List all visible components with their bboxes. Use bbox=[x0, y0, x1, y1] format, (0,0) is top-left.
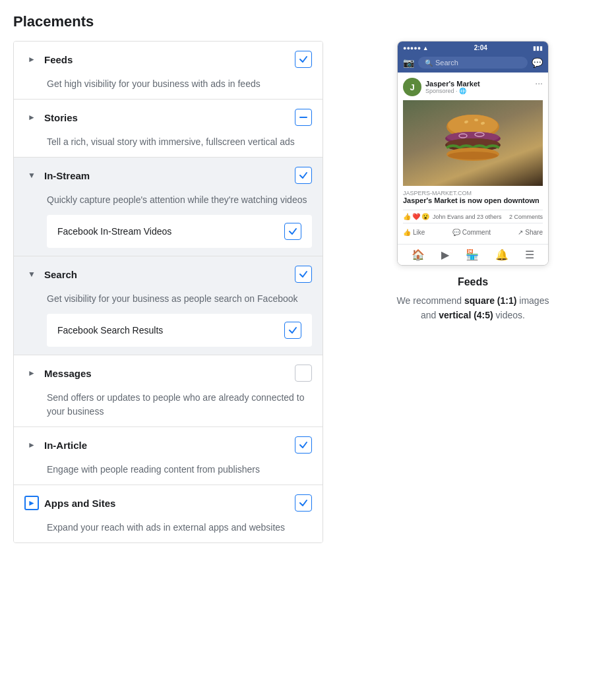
check-icon-in-stream bbox=[298, 170, 309, 181]
thumbs-up-icon: 👍 bbox=[403, 213, 411, 220]
post-headline: Jasper's Market is now open downtown bbox=[403, 196, 543, 204]
sub-label-search-results: Facebook Search Results bbox=[57, 324, 163, 338]
search-icon-small: 🔍 bbox=[425, 59, 433, 67]
sub-checkbox-in-stream-videos[interactable] bbox=[284, 223, 301, 240]
check-icon-sub-search bbox=[288, 325, 298, 336]
like-action[interactable]: 👍 Like bbox=[403, 229, 425, 236]
checkbox-messages[interactable] bbox=[295, 365, 312, 382]
svg-point-13 bbox=[448, 152, 498, 160]
placement-sub-search-results: Facebook Search Results bbox=[47, 314, 312, 347]
page-title: Placements bbox=[13, 13, 603, 30]
placement-desc-messages: Send offers or updates to people who are… bbox=[47, 392, 304, 417]
placement-header-messages[interactable]: ► Messages bbox=[14, 355, 323, 391]
sub-checkbox-search-results[interactable] bbox=[284, 322, 301, 339]
chevron-apps-sites: ► bbox=[24, 496, 39, 510]
placement-body-stories: Tell a rich, visual story with immersive… bbox=[14, 135, 323, 157]
minus-icon-stories bbox=[298, 112, 309, 123]
phone-status-bar: ●●●●● ▲ 2:04 ▮▮▮ bbox=[398, 42, 548, 54]
phone-bottom-nav: 🏠 ▶ 🏪 🔔 ☰ bbox=[398, 244, 548, 265]
placement-label-messages: Messages bbox=[44, 368, 295, 379]
post-reactions: 👍 ❤️ 😮 John Evans and 23 others 2 Commen… bbox=[403, 210, 543, 223]
preview-panel: ●●●●● ▲ 2:04 ▮▮▮ 📷 🔍 Search 💬 J bbox=[343, 41, 603, 323]
like-icon: 👍 bbox=[403, 229, 411, 236]
preview-description: We recommend square (1:1) imagesand vert… bbox=[397, 293, 549, 323]
share-action[interactable]: ↗ Share bbox=[518, 229, 543, 236]
share-icon: ↗ bbox=[518, 229, 523, 236]
signal-indicator: ●●●●● ▲ bbox=[403, 45, 429, 51]
bold-vertical: vertical (4:5) bbox=[439, 310, 493, 320]
messenger-icon: 💬 bbox=[532, 57, 543, 68]
camera-icon: 📷 bbox=[403, 57, 414, 68]
placement-item-feeds: ► Feeds Get high visibility for your bus… bbox=[14, 42, 323, 100]
placement-header-search[interactable]: ▼ Search bbox=[14, 256, 323, 292]
placement-label-in-article: In-Article bbox=[44, 440, 295, 451]
nav-video-icon[interactable]: ▶ bbox=[441, 249, 449, 261]
placement-header-apps-sites[interactable]: ► Apps and Sites bbox=[14, 485, 323, 521]
checkbox-apps-sites[interactable] bbox=[295, 494, 312, 512]
placement-desc-search: Get visibility for your business as peop… bbox=[47, 293, 298, 304]
nav-menu-icon[interactable]: ☰ bbox=[525, 249, 534, 261]
placement-item-in-stream: ▼ In-Stream Quickly capture people's att… bbox=[14, 158, 323, 256]
placement-desc-in-stream: Quickly capture people's attention while… bbox=[47, 194, 307, 205]
avatar-letter: J bbox=[410, 82, 414, 92]
phone-time: 2:04 bbox=[474, 44, 487, 51]
placement-item-stories: ► Stories Tell a rich, visual story with… bbox=[14, 100, 323, 158]
nav-marketplace-icon[interactable]: 🏪 bbox=[466, 249, 479, 261]
chevron-in-article: ► bbox=[24, 438, 39, 452]
check-icon-in-article bbox=[298, 440, 309, 450]
comment-action[interactable]: 💬 Comment bbox=[452, 229, 491, 236]
placement-label-in-stream: In-Stream bbox=[44, 170, 295, 181]
placement-body-in-stream: Quickly capture people's attention while… bbox=[14, 193, 323, 256]
checkbox-search[interactable] bbox=[295, 266, 312, 283]
post-header: J Jasper's Market Sponsored · 🌐 ··· bbox=[403, 78, 543, 96]
post-caption: JASPERS-MARKET.COM Jasper's Market is no… bbox=[403, 186, 543, 207]
phone-search-input[interactable]: 🔍 Search bbox=[418, 57, 528, 69]
checkbox-feeds[interactable] bbox=[295, 51, 312, 68]
placement-item-apps-sites: ► Apps and Sites Expand your reach with … bbox=[14, 485, 323, 543]
placement-label-search: Search bbox=[44, 269, 295, 280]
placement-header-feeds[interactable]: ► Feeds bbox=[14, 42, 323, 77]
chevron-feeds: ► bbox=[24, 52, 39, 67]
post-options-dots[interactable]: ··· bbox=[535, 78, 543, 88]
post-author-info: Jasper's Market Sponsored · 🌐 bbox=[425, 80, 480, 94]
placement-desc-in-article: Engage with people reading content from … bbox=[47, 464, 260, 475]
reaction-names: John Evans and 23 others bbox=[433, 214, 502, 220]
nav-bell-icon[interactable]: 🔔 bbox=[495, 249, 508, 261]
checkbox-in-article[interactable] bbox=[295, 436, 312, 454]
placements-panel: ► Feeds Get high visibility for your bus… bbox=[13, 41, 323, 543]
check-icon-sub-in-stream bbox=[288, 226, 298, 237]
post-sponsored: Sponsored · 🌐 bbox=[425, 88, 480, 94]
wow-icon: 😮 bbox=[421, 213, 429, 220]
placement-desc-stories: Tell a rich, visual story with immersive… bbox=[47, 136, 295, 147]
placement-desc-apps-sites: Expand your reach with ads in external a… bbox=[47, 522, 285, 533]
placement-item-messages: ► Messages Send offers or updates to peo… bbox=[14, 355, 323, 427]
placement-header-in-article[interactable]: ► In-Article bbox=[14, 427, 323, 463]
chevron-stories: ► bbox=[24, 110, 39, 125]
placement-body-search: Get visibility for your business as peop… bbox=[14, 292, 323, 355]
checkbox-in-stream[interactable] bbox=[295, 167, 312, 184]
placement-body-feeds: Get high visibility for your business wi… bbox=[14, 77, 323, 99]
placement-sub-in-stream-videos: Facebook In-Stream Videos bbox=[47, 215, 312, 248]
post-url: JASPERS-MARKET.COM bbox=[403, 190, 543, 196]
checkbox-stories[interactable] bbox=[295, 109, 312, 126]
placement-desc-feeds: Get high visibility for your business wi… bbox=[47, 78, 261, 89]
comment-label: Comment bbox=[462, 229, 491, 236]
chevron-search: ▼ bbox=[24, 267, 39, 281]
post-actions: 👍 Like 💬 Comment ↗ Share bbox=[403, 226, 543, 239]
phone-search-text: Search bbox=[435, 59, 458, 67]
preview-info: Feeds We recommend square (1:1) imagesan… bbox=[397, 276, 549, 323]
post-avatar: J bbox=[403, 78, 421, 96]
bold-square: square (1:1) bbox=[464, 295, 516, 306]
sub-label-in-stream-videos: Facebook In-Stream Videos bbox=[57, 225, 171, 239]
placement-body-messages: Send offers or updates to people who are… bbox=[14, 391, 323, 426]
chevron-messages: ► bbox=[24, 366, 39, 380]
nav-home-icon[interactable]: 🏠 bbox=[412, 249, 425, 261]
placement-label-stories: Stories bbox=[44, 112, 295, 123]
post-author: J Jasper's Market Sponsored · 🌐 bbox=[403, 78, 480, 96]
placement-label-apps-sites: Apps and Sites bbox=[44, 498, 295, 509]
heart-icon: ❤️ bbox=[412, 213, 420, 220]
placement-header-stories[interactable]: ► Stories bbox=[14, 100, 323, 135]
placement-item-search: ▼ Search Get visibility for your busines… bbox=[14, 256, 323, 355]
placement-header-in-stream[interactable]: ▼ In-Stream bbox=[14, 158, 323, 193]
preview-title: Feeds bbox=[397, 276, 549, 288]
